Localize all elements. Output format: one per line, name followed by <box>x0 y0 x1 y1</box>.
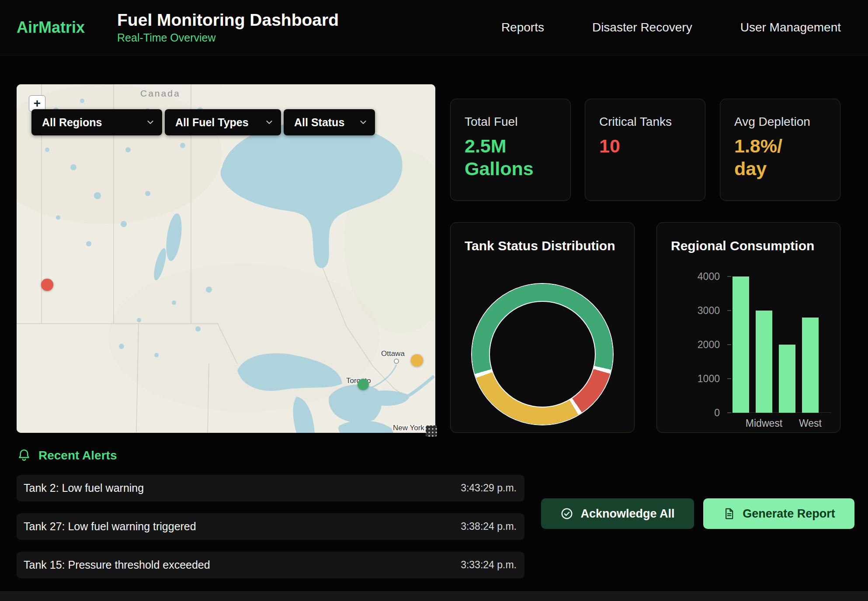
alert-row[interactable]: Tank 27: Low fuel warning triggered 3:38… <box>17 513 524 540</box>
stat-label: Critical Tanks <box>599 115 691 129</box>
status-filter-value: All Status <box>294 116 344 129</box>
y-axis-label: 3000 <box>667 306 720 316</box>
alert-message: Tank 2: Low fuel warning <box>24 482 144 494</box>
map-marker-normal[interactable] <box>358 379 369 390</box>
x-axis-label: West <box>802 418 819 429</box>
generate-report-label: Generate Report <box>743 507 835 521</box>
country-label: Canada <box>140 88 181 98</box>
nav-reports[interactable]: Reports <box>501 21 544 35</box>
consumption-bar <box>756 311 772 413</box>
y-axis-label: 4000 <box>667 272 720 282</box>
chevron-down-icon <box>264 117 274 127</box>
alert-row[interactable]: Tank 2: Low fuel warning 3:43:29 p.m. <box>17 475 524 501</box>
map-panel[interactable]: Canada Ottawa Toronto New York + All Reg… <box>17 84 435 433</box>
alert-message: Tank 27: Low fuel warning triggered <box>24 520 196 533</box>
fuel-monitoring-dashboard: AirMatrix Fuel Monitoring Dashboard Real… <box>0 0 868 601</box>
bell-icon <box>17 448 31 463</box>
y-axis-tick <box>727 378 731 379</box>
x-axis-label <box>779 418 795 429</box>
title-block: Fuel Monitoring Dashboard Real-Time Over… <box>117 11 339 45</box>
tank-status-donut <box>472 284 613 425</box>
y-axis-tick <box>727 276 731 277</box>
generate-report-button[interactable]: Generate Report <box>703 498 854 529</box>
bar-plot-area <box>733 276 819 413</box>
recent-alerts-header: Recent Alerts <box>17 448 117 463</box>
city-label-ottawa: Ottawa <box>381 349 405 358</box>
map-marker-warning[interactable] <box>411 354 423 366</box>
regional-consumption-card: Regional Consumption 01000200030004000 M… <box>656 222 840 433</box>
donut-hole <box>489 301 596 408</box>
fuel-type-filter-dropdown[interactable]: All Fuel Types <box>165 109 281 135</box>
x-axis-label: Midwest <box>756 418 772 429</box>
app-header: AirMatrix Fuel Monitoring Dashboard Real… <box>0 0 868 55</box>
stat-value: 1.8%/ day <box>734 135 826 180</box>
y-axis-tick <box>727 412 731 413</box>
stat-card-critical-tanks: Critical Tanks 10 <box>585 99 705 201</box>
stat-label: Avg Depletion <box>734 115 826 129</box>
alert-timestamp: 3:43:29 p.m. <box>461 482 517 494</box>
fuel-type-filter-value: All Fuel Types <box>175 116 249 129</box>
nav-user-management[interactable]: User Management <box>740 21 841 35</box>
alert-timestamp: 3:33:24 p.m. <box>461 559 517 571</box>
stat-label: Total Fuel <box>465 115 556 129</box>
alert-message: Tank 15: Pressure threshold exceeded <box>24 559 210 571</box>
acknowledge-all-label: Acknowledge All <box>580 507 674 521</box>
chevron-down-icon <box>146 117 155 127</box>
stat-card-avg-depletion: Avg Depletion 1.8%/ day <box>720 99 840 201</box>
y-axis-label: 1000 <box>667 374 720 384</box>
chart-title: Tank Status Distribution <box>465 238 615 253</box>
main-nav: Reports Disaster Recovery User Managemen… <box>501 21 841 35</box>
map-filters: All Regions All Fuel Types All Status <box>31 109 375 135</box>
y-axis-label: 0 <box>667 408 720 418</box>
city-dot-icon <box>394 359 399 363</box>
tank-status-card: Tank Status Distribution <box>450 222 635 433</box>
page-subtitle: Real-Time Overview <box>117 31 339 44</box>
consumption-bar <box>779 345 795 413</box>
acknowledge-all-button[interactable]: Acknowledge All <box>541 498 694 529</box>
stat-value: 2.5M Gallons <box>465 135 556 180</box>
stat-card-total-fuel: Total Fuel 2.5M Gallons <box>450 99 571 201</box>
y-axis-tick <box>727 344 731 345</box>
consumption-bar <box>802 318 819 413</box>
map-marker-critical[interactable] <box>41 279 53 291</box>
city-label-new-york: New York <box>393 424 424 432</box>
recent-alerts-title: Recent Alerts <box>38 449 117 463</box>
consumption-bar <box>733 276 749 413</box>
y-axis-label: 2000 <box>667 340 720 350</box>
alert-timestamp: 3:38:24 p.m. <box>461 521 517 532</box>
map-canvas: Canada Ottawa Toronto New York <box>17 84 435 433</box>
alert-row[interactable]: Tank 15: Pressure threshold exceeded 3:3… <box>17 552 524 578</box>
status-filter-dropdown[interactable]: All Status <box>284 109 375 135</box>
y-axis-tick <box>727 310 731 311</box>
x-axis-labels: MidwestWest <box>733 418 819 429</box>
document-icon <box>722 507 736 520</box>
region-filter-value: All Regions <box>42 116 102 129</box>
page-title: Fuel Monitoring Dashboard <box>117 11 339 30</box>
bottom-strip <box>0 591 868 601</box>
y-axis: 01000200030004000 <box>657 276 726 413</box>
check-circle-icon <box>560 507 573 520</box>
chart-title: Regional Consumption <box>671 238 814 253</box>
map-attribution-toggle-icon[interactable] <box>426 425 437 437</box>
app-logo[interactable]: AirMatrix <box>17 18 85 37</box>
stat-value: 10 <box>599 135 691 158</box>
region-filter-dropdown[interactable]: All Regions <box>31 109 162 135</box>
nav-disaster-recovery[interactable]: Disaster Recovery <box>592 21 692 35</box>
chevron-down-icon <box>358 117 368 127</box>
